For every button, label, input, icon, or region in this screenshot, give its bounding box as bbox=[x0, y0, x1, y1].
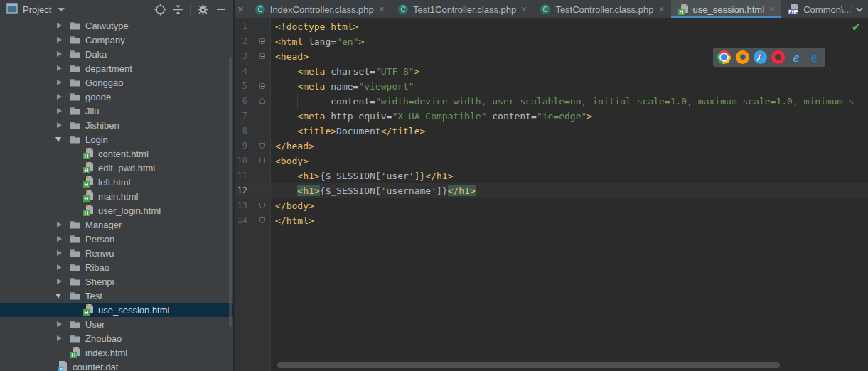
line-gutter[interactable]: 7 bbox=[235, 109, 272, 124]
expand-arrow-icon[interactable] bbox=[55, 236, 70, 242]
tree-item-test[interactable]: Test bbox=[0, 289, 233, 303]
code-text[interactable]: content="width=device-width, user-scalab… bbox=[272, 94, 868, 109]
line-gutter[interactable]: 4 bbox=[235, 64, 272, 79]
tree-item-daka[interactable]: Daka bbox=[0, 47, 233, 61]
line-gutter[interactable]: 6 bbox=[235, 94, 272, 109]
fold-marker-icon[interactable] bbox=[259, 203, 265, 208]
project-dropdown-arrow-icon[interactable] bbox=[58, 8, 65, 11]
line-gutter[interactable]: 8 bbox=[235, 124, 272, 139]
tree-item-counter-dat[interactable]: ?counter.dat bbox=[0, 360, 233, 371]
chrome-icon[interactable] bbox=[717, 50, 731, 64]
tree-item-user-login-html[interactable]: Huser_login.html bbox=[0, 203, 233, 217]
collapse-arrow-icon[interactable] bbox=[55, 294, 70, 299]
expand-arrow-icon[interactable] bbox=[55, 335, 70, 341]
code-line-11[interactable]: 11 <h1>{$_SESSION['user']}</h1> bbox=[235, 168, 868, 183]
expand-arrow-icon[interactable] bbox=[55, 108, 70, 114]
fold-marker-icon[interactable] bbox=[259, 143, 265, 149]
code-text[interactable]: <meta name="viewport" bbox=[272, 79, 868, 94]
tree-item-renwu[interactable]: Renwu bbox=[0, 246, 233, 260]
tree-item-left-html[interactable]: Hleft.html bbox=[0, 175, 233, 189]
code-text[interactable]: <meta http-equiv="X-UA-Compatible" conte… bbox=[272, 109, 868, 124]
expand-arrow-icon[interactable] bbox=[55, 279, 70, 284]
tree-item-jilu[interactable]: Jilu bbox=[0, 104, 233, 118]
expand-arrow-icon[interactable] bbox=[55, 65, 70, 71]
code-text[interactable]: </html> bbox=[272, 213, 868, 228]
line-gutter[interactable]: 2 bbox=[235, 34, 272, 49]
code-text[interactable]: <html lang="en"> bbox=[272, 34, 868, 49]
tab-use-session-html[interactable]: Huse_session.html× bbox=[671, 0, 782, 18]
fold-marker-icon[interactable] bbox=[259, 53, 265, 59]
line-gutter[interactable]: 3 bbox=[235, 49, 272, 64]
tree-item-edit-pwd-html[interactable]: Hedit_pwd.html bbox=[0, 161, 233, 175]
tree-item-main-html[interactable]: Hmain.html bbox=[0, 189, 233, 203]
code-line-8[interactable]: 8 <title>Document</title> bbox=[235, 124, 868, 139]
edge-icon[interactable]: e bbox=[808, 50, 821, 64]
tab-common-cor[interactable]: PHPCommon\...\cor bbox=[781, 0, 852, 18]
fold-marker-icon[interactable] bbox=[259, 217, 265, 223]
expand-arrow-icon[interactable] bbox=[55, 94, 70, 100]
project-tree-scrollbar[interactable] bbox=[229, 57, 232, 327]
expand-arrow-icon[interactable] bbox=[55, 264, 70, 270]
tab-test1controller-class-php[interactable]: CTest1Controller.class.php× bbox=[391, 0, 533, 18]
tree-item-jishiben[interactable]: Jishiben bbox=[0, 118, 233, 132]
fold-marker-icon[interactable] bbox=[259, 83, 265, 89]
editor-horizontal-scrollbar[interactable] bbox=[277, 362, 780, 368]
expand-arrow-icon[interactable] bbox=[55, 122, 70, 128]
tree-item-goode[interactable]: goode bbox=[0, 90, 233, 104]
tab-close-icon[interactable]: × bbox=[658, 4, 664, 15]
tree-item-user[interactable]: User bbox=[0, 317, 233, 331]
code-text[interactable]: <!doctype html> bbox=[272, 19, 868, 34]
tree-item-person[interactable]: Person bbox=[0, 232, 233, 246]
code-line-1[interactable]: 1<!doctype html> bbox=[235, 19, 868, 34]
tree-item-manager[interactable]: Manager bbox=[0, 217, 233, 232]
internet-explorer-icon[interactable]: e bbox=[789, 50, 803, 64]
tree-item-company[interactable]: Company bbox=[0, 33, 233, 47]
line-gutter[interactable]: 9 bbox=[235, 139, 272, 154]
tree-item-content-html[interactable]: Hcontent.html bbox=[0, 146, 233, 161]
scrolled-tab-close-icon[interactable]: × bbox=[235, 0, 248, 18]
safari-icon[interactable] bbox=[754, 50, 767, 64]
settings-gear-icon[interactable] bbox=[197, 4, 209, 16]
fold-marker-icon[interactable] bbox=[259, 98, 265, 104]
tab-close-icon[interactable]: × bbox=[521, 4, 527, 15]
tree-item-zhoubao[interactable]: Zhoubao bbox=[0, 331, 233, 345]
line-gutter[interactable]: 13 bbox=[235, 198, 272, 213]
code-line-5[interactable]: 5 <meta name="viewport" bbox=[235, 79, 868, 94]
opera-icon[interactable] bbox=[771, 50, 785, 64]
code-line-12[interactable]: 12 <h1>{$_SESSION['username']}</h1> bbox=[235, 183, 868, 198]
locate-icon[interactable] bbox=[154, 4, 166, 16]
line-gutter[interactable]: 11 bbox=[235, 168, 272, 183]
code-line-7[interactable]: 7 <meta http-equiv="X-UA-Compatible" con… bbox=[235, 109, 868, 124]
code-editor[interactable]: 1<!doctype html>2<html lang="en">3<head>… bbox=[235, 18, 868, 371]
code-line-2[interactable]: 2<html lang="en"> bbox=[235, 34, 868, 49]
tree-item-department[interactable]: department bbox=[0, 61, 233, 75]
tree-item-use-session-html[interactable]: Huse_session.html bbox=[0, 303, 233, 317]
hide-panel-icon[interactable] bbox=[215, 4, 227, 15]
expand-arrow-icon[interactable] bbox=[55, 222, 70, 227]
code-line-9[interactable]: 9</head> bbox=[235, 139, 868, 154]
code-text[interactable]: <body> bbox=[272, 154, 868, 168]
fold-marker-icon[interactable] bbox=[259, 158, 265, 163]
line-gutter[interactable]: 12 bbox=[235, 183, 272, 198]
code-text[interactable]: </head> bbox=[272, 139, 868, 154]
tab-testcontroller-class-php[interactable]: CTestController.class.php× bbox=[533, 0, 670, 18]
line-gutter[interactable]: 10 bbox=[235, 154, 272, 168]
tab-indexcontroller-class-php[interactable]: CIndexController.class.php× bbox=[248, 0, 391, 18]
tree-item-caiwutype[interactable]: Caiwutype bbox=[0, 18, 233, 33]
inspection-ok-icon[interactable]: ✔ bbox=[852, 21, 860, 33]
tree-item-shenpi[interactable]: Shenpi bbox=[0, 274, 233, 289]
expand-arrow-icon[interactable] bbox=[55, 250, 70, 256]
more-tabs-chevron-icon[interactable] bbox=[854, 4, 864, 17]
tab-close-icon[interactable]: × bbox=[769, 4, 775, 15]
expand-arrow-icon[interactable] bbox=[55, 80, 70, 85]
collapse-arrow-icon[interactable] bbox=[55, 137, 70, 142]
tree-item-login[interactable]: Login bbox=[0, 132, 233, 146]
line-gutter[interactable]: 1 bbox=[235, 19, 272, 34]
code-text[interactable]: <h1>{$_SESSION['user']}</h1> bbox=[272, 168, 868, 183]
expand-arrow-icon[interactable] bbox=[55, 23, 70, 28]
project-panel-title[interactable]: Project bbox=[23, 4, 51, 15]
code-text[interactable]: </body> bbox=[272, 198, 868, 213]
firefox-icon[interactable] bbox=[736, 50, 749, 64]
code-line-14[interactable]: 14</html> bbox=[235, 213, 868, 228]
code-line-13[interactable]: 13</body> bbox=[235, 198, 868, 213]
